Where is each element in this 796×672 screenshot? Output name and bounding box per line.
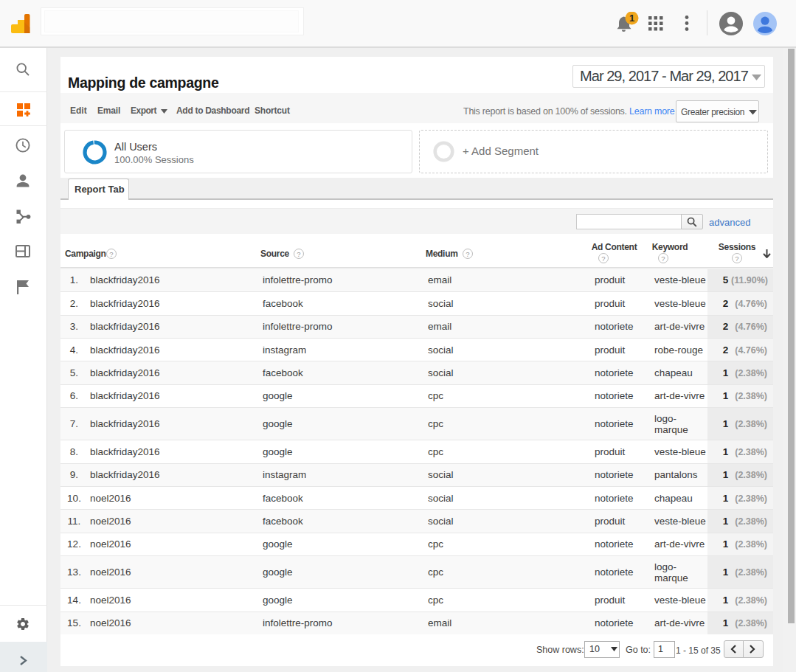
svg-text:1: 1: [629, 13, 634, 24]
